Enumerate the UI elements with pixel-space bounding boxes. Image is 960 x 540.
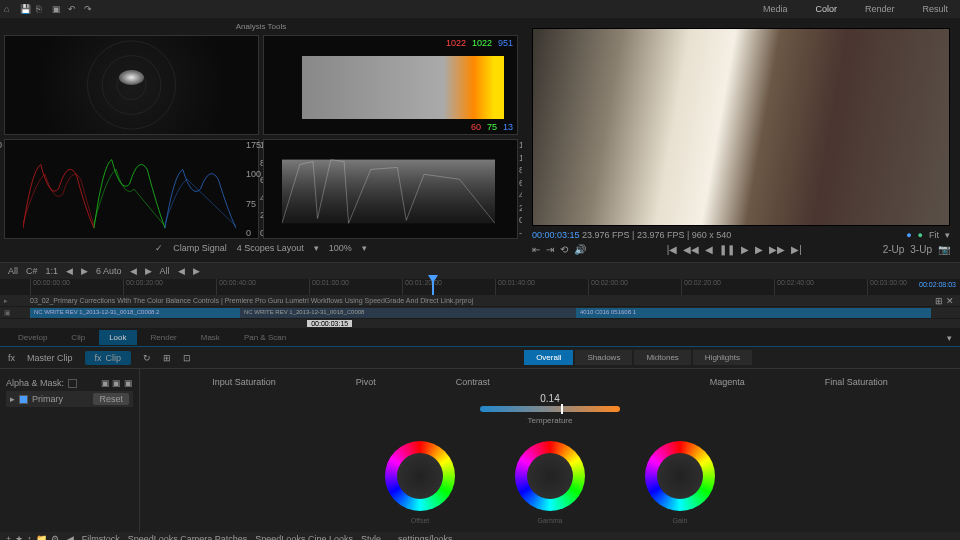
tab-look[interactable]: Look	[99, 330, 136, 345]
video-track[interactable]: ▣ NC WRITE REV 1_2013-12-31_0018_C0008.2…	[0, 307, 960, 319]
svg-point-1	[102, 56, 161, 115]
footer-filmstock[interactable]: Filmstock	[82, 534, 120, 540]
tab-media[interactable]: Media	[755, 2, 796, 16]
footer-bar: + ★ ↑ 📁 ⚙ ◀ Filmstock SpeedLooks Camera …	[0, 532, 960, 540]
grading-main: Input SaturationPivotContrastMagentaFina…	[140, 369, 960, 532]
preview-monitor[interactable]	[532, 28, 950, 226]
preview-info: 00:00:03:15 23.976 FPS | 23.976 FPS | 96…	[532, 230, 731, 240]
range-overall[interactable]: Overall	[524, 350, 573, 365]
gamma-wheel[interactable]	[515, 441, 585, 511]
tab-result[interactable]: Result	[914, 2, 956, 16]
timeline-ruler[interactable]: 00:00:00:00 00:00:20:00 00:00:40:00 00:0…	[0, 279, 960, 295]
timeline-end-tc: 00:02:08:03	[919, 281, 956, 288]
color-wheels: Offset Gamma Gain	[385, 441, 715, 524]
up-icon[interactable]: ↑	[27, 534, 32, 540]
timeline-filter-all[interactable]: All	[8, 266, 18, 276]
step-back-icon[interactable]: ◀	[705, 244, 713, 255]
range-midtones[interactable]: Midtones	[634, 350, 690, 365]
luma-left-scale: 175100750	[246, 140, 261, 238]
footer-style[interactable]: Style	[361, 534, 381, 540]
ffwd-icon[interactable]: ▶▶	[769, 244, 785, 255]
audio-icon[interactable]: 🔊	[574, 244, 586, 255]
rgb-parade[interactable]: 100806040200 10238186144092050	[4, 139, 259, 239]
timeline-all2[interactable]: All	[160, 266, 170, 276]
fx-icon[interactable]: fx	[8, 353, 15, 363]
tab-render[interactable]: Render	[857, 2, 903, 16]
timeline-zoom-11[interactable]: 1:1	[46, 266, 59, 276]
range-highlights[interactable]: Highlights	[693, 350, 752, 365]
go-end-icon[interactable]: ▶|	[791, 244, 802, 255]
close-track-icon[interactable]: ⊞ ✕	[935, 296, 954, 306]
temperature-slider[interactable]	[480, 406, 620, 412]
column-headers: Input SaturationPivotContrastMagentaFina…	[212, 377, 888, 387]
settings-icon[interactable]: ⊡	[183, 353, 191, 363]
preview-timecode: 00:00:03:15	[532, 230, 580, 240]
mark-out-icon[interactable]: ⇥	[546, 244, 554, 255]
range-shadows[interactable]: Shadows	[575, 350, 632, 365]
star-icon[interactable]: ★	[15, 534, 23, 540]
tc-track: 00:00:03:15	[0, 319, 960, 329]
undo-icon[interactable]: ↶	[68, 4, 78, 14]
timeline-auto[interactable]: 6 Auto	[96, 266, 122, 276]
scopes-layout-dropdown[interactable]: 4 Scopes Layout	[237, 243, 304, 253]
save-icon[interactable]: 💾	[20, 4, 30, 14]
footer-cine-looks[interactable]: SpeedLooks Cine Looks	[255, 534, 353, 540]
scopes-zoom[interactable]: 100%	[329, 243, 352, 253]
gain-wheel[interactable]	[645, 441, 715, 511]
clamp-signal-toggle[interactable]: Clamp Signal	[173, 243, 227, 253]
clip-button[interactable]: fxClip	[85, 351, 132, 365]
loop-icon[interactable]: ↻	[143, 353, 151, 363]
tab-clip[interactable]: Clip	[61, 330, 95, 345]
rewind-icon[interactable]: ◀◀	[683, 244, 699, 255]
gear-icon[interactable]: ⚙	[51, 534, 59, 540]
export-icon[interactable]: ⎘	[36, 4, 46, 14]
chevron-down-icon[interactable]: ▾	[947, 333, 960, 343]
timeline-panel: All C# 1:1 ◀▶ 6 Auto ◀▶ All ◀▶ 00:00:00:…	[0, 262, 960, 329]
fit-dropdown[interactable]: Fit	[929, 230, 939, 240]
grading-left-panel: Alpha & Mask: ▣ ▣ ▣ ▸ Primary Reset	[0, 369, 140, 532]
tab-develop[interactable]: Develop	[8, 330, 57, 345]
alpha-mask-label: Alpha & Mask:	[6, 378, 64, 388]
primary-label: Primary	[32, 394, 63, 404]
folder-open-icon[interactable]: 📁	[36, 534, 47, 540]
luma-waveform[interactable]: 175100750 127810238186144092050-205	[263, 139, 518, 239]
view-3up[interactable]: 3-Up	[910, 244, 932, 255]
offset-wheel[interactable]	[385, 441, 455, 511]
go-start-icon[interactable]: |◀	[667, 244, 678, 255]
in-out-controls: ⇤ ⇥ ⟲ 🔊	[532, 244, 586, 255]
preview-panel: 00:00:03:15 23.976 FPS | 23.976 FPS | 96…	[522, 18, 960, 262]
top-toolbar: ⌂ 💾 ⎘ ▣ ↶ ↷ Media Color Render Result	[0, 0, 960, 18]
pause-icon[interactable]: ❚❚	[719, 244, 735, 255]
grading-panel: fx Master Clip fxClip ↻ ⊞ ⊡ Overall Shad…	[0, 347, 960, 532]
timeline-cs[interactable]: C#	[26, 266, 38, 276]
tab-panscan[interactable]: Pan & Scan	[234, 330, 296, 345]
snapshot-icon[interactable]: 📷	[938, 244, 950, 255]
toolbar-left-icons: ⌂ 💾 ⎘ ▣ ↶ ↷	[4, 4, 94, 14]
histogram-bottom-values: 60 75 13	[471, 122, 513, 132]
svg-point-2	[117, 70, 146, 99]
step-fwd-icon[interactable]: ▶	[755, 244, 763, 255]
play-icon[interactable]: ▶	[741, 244, 749, 255]
add-icon[interactable]: +	[6, 534, 11, 540]
clip-b: 4010 C016 051608 1	[576, 308, 931, 318]
tab-color[interactable]: Color	[807, 2, 845, 16]
svg-point-3	[84, 38, 178, 132]
home-icon[interactable]: ⌂	[4, 4, 14, 14]
primary-checkbox[interactable]	[19, 395, 28, 404]
svg-rect-4	[282, 160, 495, 224]
folder-icon[interactable]: ▣	[52, 4, 62, 14]
tab-mask[interactable]: Mask	[191, 330, 230, 345]
reset-button[interactable]: Reset	[93, 393, 129, 405]
histogram[interactable]: 1022 1022 951 60 75 13	[263, 35, 518, 135]
mark-in-icon[interactable]: ⇤	[532, 244, 540, 255]
tab-render-lower[interactable]: Render	[141, 330, 187, 345]
clear-io-icon[interactable]: ⟲	[560, 244, 568, 255]
footer-settings-looks[interactable]: …settings/looks	[389, 534, 453, 540]
alpha-checkbox[interactable]	[68, 379, 77, 388]
footer-camera-patches[interactable]: SpeedLooks Camera Patches	[128, 534, 248, 540]
redo-icon[interactable]: ↷	[84, 4, 94, 14]
clip-a: NC WRITE REV 1_2013-12-31_0018_C0008.2	[30, 308, 241, 318]
grid-icon[interactable]: ⊞	[163, 353, 171, 363]
vectorscope[interactable]	[4, 35, 259, 135]
view-2up[interactable]: 2-Up	[883, 244, 905, 255]
